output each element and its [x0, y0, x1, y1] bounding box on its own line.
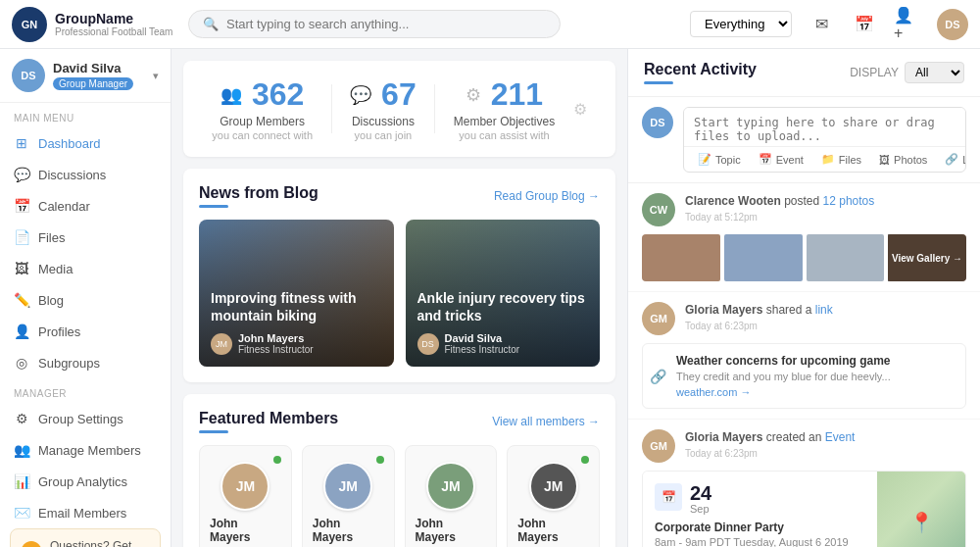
member-avatar-2: JM	[323, 462, 372, 511]
group-sub: Professional Football Team	[55, 26, 172, 37]
help-button[interactable]: ? Questions? Get Help	[10, 528, 161, 547]
activity-input-box: 📝 Topic 📅 Event 📁 Files 🖼 Photos	[683, 107, 966, 173]
link-url[interactable]: weather.com →	[676, 386, 956, 398]
activity-input-avatar: DS	[642, 107, 673, 138]
user-avatar-nav[interactable]: DS	[937, 9, 968, 40]
topic-button[interactable]: 📝 Topic	[692, 151, 747, 168]
member-avatar-1: JM	[220, 462, 270, 511]
blog-title-2: Ankle injury recovery tips and tricks	[417, 289, 589, 324]
right-panel-header: Recent Activity DISPLAY All Mine	[628, 49, 980, 97]
sidebar-item-calendar[interactable]: 📅 Calendar	[0, 190, 171, 222]
event-date-num: 24	[690, 483, 711, 503]
photos-link[interactable]: 12 photos	[823, 194, 875, 208]
search-bar[interactable]: 🔍	[188, 10, 561, 38]
sidebar-item-subgroups[interactable]: ◎ Subgroups	[0, 347, 171, 378]
blog-author-2-role: Fitness Instructor	[445, 344, 520, 355]
member-card-1[interactable]: JM John Mayers Groupsite	[199, 445, 292, 547]
sidebar-item-group-settings[interactable]: ⚙ Group Settings	[0, 403, 171, 434]
view-gallery-label: View Gallery →	[892, 252, 962, 265]
sidebar-item-label: Group Settings	[38, 412, 123, 426]
sidebar-item-blog[interactable]: ✏️ Blog	[0, 284, 171, 316]
member-card-2[interactable]: JM John Mayers Groupsite	[302, 445, 395, 547]
sidebar-item-media[interactable]: 🖼 Media	[0, 253, 171, 284]
members-grid: JM John Mayers Groupsite JM John Mayers …	[199, 445, 600, 547]
sidebar-item-label: Email Members	[38, 506, 126, 521]
user-chevron[interactable]: ▾	[153, 70, 159, 82]
gloria-desc-link: Gloria Mayers shared a link	[685, 302, 966, 319]
sidebar-item-group-analytics[interactable]: 📊 Group Analytics	[0, 466, 171, 497]
analytics-icon: 📊	[14, 473, 29, 489]
activity-item-event: GM Gloria Mayers created an Event Today …	[628, 420, 980, 547]
profiles-icon: 👤	[14, 323, 29, 339]
link-activity-link[interactable]: link	[815, 303, 833, 317]
member-status-4	[581, 456, 589, 464]
blog-author-2-avatar: DS	[417, 333, 439, 355]
user-avatar-sidebar: DS	[12, 59, 45, 92]
link-title: Weather concerns for upcoming game	[676, 354, 956, 368]
logo-area: GN GroupName Professional Football Team	[12, 7, 178, 42]
display-select[interactable]: All Mine	[905, 62, 964, 83]
group-name: GroupName	[55, 11, 172, 26]
photos-icon: 🖼	[879, 154, 890, 166]
help-label: Questions? Get Help	[50, 539, 150, 547]
files-button[interactable]: 📁 Files	[815, 151, 867, 168]
blog-card-2[interactable]: Ankle injury recovery tips and tricks DS…	[406, 220, 601, 367]
sidebar-item-files[interactable]: 📄 Files	[0, 222, 171, 253]
search-input[interactable]	[226, 17, 546, 31]
content-area: 👥 362 Group Members you can connect with…	[172, 49, 627, 547]
activity-input-field[interactable]	[684, 108, 965, 143]
read-blog-link[interactable]: Read Group Blog →	[494, 189, 600, 203]
blog-section-title: News from Blog	[199, 184, 318, 208]
photos-button[interactable]: 🖼 Photos	[873, 152, 933, 168]
sidebar-item-profiles[interactable]: 👤 Profiles	[0, 316, 171, 347]
map-pin-icon: 📍	[909, 510, 934, 533]
event-card[interactable]: 📅 24 Sep Corporate Dinner Party 8am - 9a…	[642, 471, 966, 547]
sidebar-item-label: Group Analytics	[38, 474, 127, 489]
members-sub: you can connect with	[212, 129, 313, 141]
objectives-stat-icon: ⚙	[466, 84, 481, 106]
activity-item-link: GM Gloria Mayers shared a link Today at …	[628, 292, 980, 420]
media-icon: 🖼	[14, 261, 29, 276]
member-name-4: John Mayers	[517, 517, 589, 544]
blog-grid: Improving fitness with mountain biking J…	[199, 220, 600, 367]
manager-menu-label: Manager	[0, 378, 171, 403]
gloria-time-link: Today at 6:23pm	[685, 321, 966, 331]
discussions-icon: 💬	[14, 167, 29, 182]
event-month: Sep	[690, 503, 711, 515]
event-map: 📍 Paris, France View Map	[877, 472, 965, 547]
messages-icon[interactable]: ✉	[808, 11, 835, 38]
member-card-4[interactable]: JM John Mayers Groupsite	[507, 445, 600, 547]
objectives-number: 211	[491, 76, 543, 113]
stats-settings-icon[interactable]: ⚙	[573, 100, 587, 119]
event-time: 8am - 9am PDT Tuesday, August 6 2019	[655, 536, 865, 547]
group-logo: GN	[12, 7, 47, 42]
event-activity-link[interactable]: Event	[825, 430, 856, 444]
user-role-badge: Group Manager	[53, 77, 133, 90]
link-card[interactable]: 🔗 Weather concerns for upcoming game The…	[642, 343, 966, 409]
sidebar-item-email-members[interactable]: ✉️ Email Members	[0, 497, 171, 528]
view-gallery-overlay[interactable]: View Gallery →	[888, 234, 966, 281]
link-button[interactable]: 🔗 Link	[939, 151, 966, 168]
sidebar-item-dashboard[interactable]: ⊞ Dashboard	[0, 127, 171, 159]
sidebar-item-manage-members[interactable]: 👥 Manage Members	[0, 434, 171, 466]
blog-card-1[interactable]: Improving fitness with mountain biking J…	[199, 220, 394, 367]
gloria-avatar-link: GM	[642, 302, 675, 335]
event-title: Corporate Dinner Party	[655, 521, 865, 534]
blog-icon: ✏️	[14, 292, 29, 308]
manage-members-icon: 👥	[14, 442, 29, 458]
main-layout: DS David Silva Group Manager ▾ Main Menu…	[0, 49, 980, 547]
sidebar-item-label: Discussions	[38, 168, 106, 182]
stats-row: 👥 362 Group Members you can connect with…	[183, 61, 615, 157]
member-card-3[interactable]: JM John Mayers Groupsite	[405, 445, 498, 547]
stat-objectives: ⚙ 211 Member Objectives you can assist w…	[454, 76, 555, 141]
display-label: DISPLAY	[850, 66, 899, 79]
clarence-time: Today at 5:12pm	[685, 212, 966, 223]
clarence-avatar: CW	[642, 193, 675, 226]
stat-discussions: 💬 67 Discussions you can join	[350, 76, 416, 141]
add-user-icon[interactable]: 👤+	[894, 11, 921, 38]
view-all-members-link[interactable]: View all members →	[492, 415, 600, 428]
sidebar-item-discussions[interactable]: 💬 Discussions	[0, 159, 171, 190]
calendar-icon[interactable]: 📅	[851, 11, 878, 38]
filter-select[interactable]: Everything Members Posts	[690, 11, 792, 37]
event-button[interactable]: 📅 Event	[753, 151, 809, 168]
